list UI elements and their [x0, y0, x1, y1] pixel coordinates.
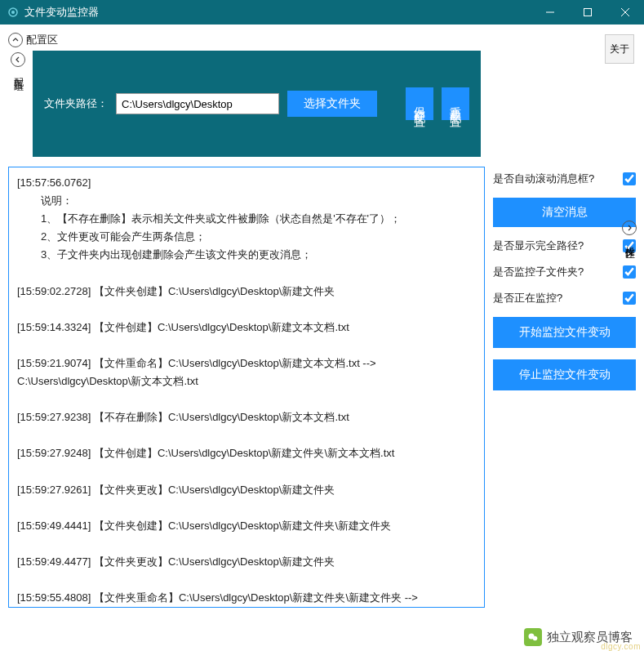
reload-config-button[interactable]: 重载配置 — [442, 87, 469, 120]
wechat-icon — [524, 628, 542, 646]
ops-section-toggle[interactable]: 操作区 — [621, 221, 637, 243]
svg-point-1 — [11, 11, 15, 14]
ops-collapse-icon[interactable] — [622, 221, 637, 235]
show-full-path-label: 是否显示完全路径? — [493, 239, 584, 253]
auto-scroll-checkbox[interactable] — [623, 172, 636, 185]
window-title: 文件变动监控器 — [24, 5, 531, 20]
minimize-button[interactable] — [531, 0, 569, 25]
title-bar: 文件变动监控器 — [0, 0, 644, 25]
watch-subfolder-checkbox[interactable] — [623, 265, 636, 279]
svg-rect-3 — [584, 9, 592, 16]
group-collapse-icon[interactable] — [11, 52, 25, 67]
maximize-button[interactable] — [569, 0, 606, 25]
select-folder-button[interactable]: 选择文件夹 — [287, 91, 377, 117]
footer-url: dlgcy.com — [601, 642, 641, 651]
svg-point-7 — [533, 636, 538, 641]
clear-log-button[interactable]: 清空消息 — [493, 198, 636, 227]
config-section-header: 配置区 — [8, 33, 636, 47]
auto-scroll-label: 是否自动滚动消息框? — [493, 172, 594, 186]
config-section-title: 配置区 — [26, 33, 58, 47]
folder-path-input[interactable] — [116, 93, 279, 114]
ops-section-label: 操作区 — [623, 239, 637, 243]
watch-subfolder-label: 是否监控子文件夹? — [493, 265, 584, 279]
about-button[interactable]: 关于 — [605, 34, 634, 64]
config-group-label: 配置组一 — [11, 70, 25, 77]
log-output[interactable]: [15:57:56.0762] 说明： 1、【不存在删除】表示相关文件夹或文件被… — [8, 167, 485, 608]
is-monitoring-label: 是否正在监控? — [493, 291, 562, 305]
config-collapse-icon[interactable] — [8, 33, 23, 47]
stop-monitor-button[interactable]: 停止监控文件变动 — [493, 359, 636, 390]
folder-path-label: 文件夹路径： — [44, 96, 108, 111]
config-group-toggle[interactable]: 配置组一 — [8, 51, 28, 157]
start-monitor-button[interactable]: 开始监控文件变动 — [493, 317, 636, 348]
is-monitoring-checkbox[interactable] — [623, 292, 636, 305]
save-config-button[interactable]: 保存配置 — [406, 87, 433, 120]
close-button[interactable] — [606, 0, 644, 25]
config-panel: 文件夹路径： 选择文件夹 保存配置 重载配置 — [33, 51, 481, 157]
operations-panel: 是否自动滚动消息框? 清空消息 是否显示完全路径? 是否监控子文件夹? 是否正在… — [493, 167, 636, 608]
app-icon — [7, 6, 20, 19]
